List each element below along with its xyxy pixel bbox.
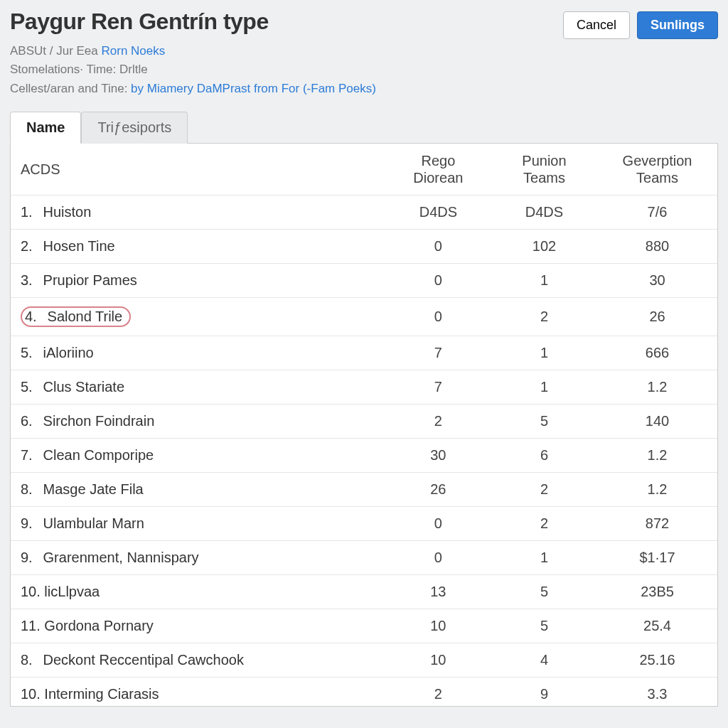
row-value-c: 1 [491,541,597,575]
row-index: 4. [25,309,43,325]
row-value-d: 140 [597,405,717,439]
row-name-cell: 9. Grarenment, Nannispary [11,541,385,575]
table-row[interactable]: 6. Sirchon Foindrain25140 [11,405,717,439]
row-name-cell: 6. Sirchon Foindrain [11,405,385,439]
meta-line2: Stomelations· Time: Drltle [10,60,718,79]
row-value-d: 3.3 [597,678,717,707]
col-header-geverption[interactable]: Geverption Teams [597,144,717,196]
submit-button[interactable]: Sunlings [637,11,718,39]
cancel-button[interactable]: Cancel [563,11,630,39]
row-value-b: 0 [385,507,491,541]
row-index: 10. [21,686,41,702]
header-actions: Cancel Sunlings [563,11,718,39]
row-value-c: 2 [491,298,597,336]
meta-line3-prefix: Cellest/aran and Tine: [10,82,131,95]
data-table: ACDS Rego Diorean Punion Teams Geverptio… [11,144,717,707]
row-value-b: 2 [385,678,491,707]
table-row[interactable]: 5. Clus Stariate711.2 [11,370,717,405]
table-row[interactable]: 10. Interming Ciarasis293.3 [11,678,717,707]
row-value-b: 0 [385,230,491,264]
col-header-name[interactable]: ACDS [11,144,385,196]
row-index: 11. [21,618,41,634]
table-row[interactable]: 5. iAloriino71666 [11,336,717,370]
row-value-c: 9 [491,678,597,707]
row-value-d: 7/6 [597,196,717,230]
row-name-cell: 4. Salond Trile [11,298,385,336]
row-index: 7. [21,447,39,464]
tab-1[interactable]: Triƒesiports [81,112,188,144]
table-row[interactable]: 4. Salond Trile0226 [11,298,717,336]
row-value-d: 666 [597,336,717,370]
row-index: 2. [21,238,39,255]
row-value-c: 5 [491,575,597,609]
table-row[interactable]: 8. Deckont Reccentipal Cawchook10425.16 [11,643,717,678]
table-scroll[interactable]: ACDS Rego Diorean Punion Teams Geverptio… [10,144,718,707]
table-row[interactable]: 8. Masge Jate Fila2621.2 [11,473,717,507]
row-name-cell: 8. Deckont Reccentipal Cawchook [11,643,385,678]
row-value-d: 30 [597,264,717,298]
table-row[interactable]: 9. Ulambular Marn02872 [11,507,717,541]
row-value-b: 7 [385,336,491,370]
table-row[interactable]: 11. Gordona Pornary10525.4 [11,609,717,643]
table-row[interactable]: 3. Prupior Pames0130 [11,264,717,298]
row-value-c: 1 [491,264,597,298]
row-value-c: 1 [491,336,597,370]
row-name-cell: 5. iAloriino [11,336,385,370]
row-value-c: 4 [491,643,597,678]
row-value-c: 2 [491,473,597,507]
tab-0[interactable]: Name [10,112,81,144]
tabs: NameTriƒesiports [10,111,718,144]
row-value-b: 10 [385,643,491,678]
row-index: 10. [21,584,41,600]
row-value-c: 6 [491,439,597,473]
row-value-b: 0 [385,541,491,575]
col-header-rego[interactable]: Rego Diorean [385,144,491,196]
row-name-cell: 1. Huiston [11,196,385,230]
meta-line3-link[interactable]: by Miamery DaMPrast from For (-Fam Poeks… [131,82,376,95]
circled-highlight: 4. Salond Trile [21,306,131,327]
row-value-b: 2 [385,405,491,439]
row-index: 9. [21,515,39,532]
table-row[interactable]: 1. HuistonD4DSD4DS7/6 [11,196,717,230]
row-name-cell: 5. Clus Stariate [11,370,385,405]
row-value-c: 2 [491,507,597,541]
row-index: 9. [21,550,39,566]
row-name-cell: 11. Gordona Pornary [11,609,385,643]
row-value-b: 13 [385,575,491,609]
row-value-d: 1.2 [597,473,717,507]
meta-line1-prefix: ABSUt / Jur Eea [10,44,102,58]
row-index: 8. [21,481,39,498]
table-row[interactable]: 9. Grarenment, Nannispary01$1·17 [11,541,717,575]
row-name-cell: 10. licLlpvaa [11,575,385,609]
table-row[interactable]: 7. Clean Comporipe3061.2 [11,439,717,473]
row-value-d: 26 [597,298,717,336]
row-value-b: 7 [385,370,491,405]
col-header-punion[interactable]: Punion Teams [491,144,597,196]
row-name-cell: 9. Ulambular Marn [11,507,385,541]
row-value-b: 30 [385,439,491,473]
row-value-b: 0 [385,264,491,298]
row-value-d: 1.2 [597,370,717,405]
row-value-b: 10 [385,609,491,643]
row-name-cell: 10. Interming Ciarasis [11,678,385,707]
row-value-c: 5 [491,405,597,439]
row-name-cell: 7. Clean Comporipe [11,439,385,473]
row-index: 8. [21,652,39,668]
row-value-c: 102 [491,230,597,264]
table-row[interactable]: 2. Hosen Tine0102880 [11,230,717,264]
row-name-cell: 2. Hosen Tine [11,230,385,264]
row-value-c: D4DS [491,196,597,230]
row-value-d: 872 [597,507,717,541]
row-value-b: 26 [385,473,491,507]
row-name-cell: 3. Prupior Pames [11,264,385,298]
row-value-c: 5 [491,609,597,643]
meta-line1-link[interactable]: Rorn Noeks [102,44,166,58]
meta-block: ABSUt / Jur Eea Rorn Noeks Stomelations·… [10,42,718,98]
table-row[interactable]: 10. licLlpvaa13523B5 [11,575,717,609]
row-value-c: 1 [491,370,597,405]
row-value-d: 25.16 [597,643,717,678]
row-value-d: 880 [597,230,717,264]
row-index: 3. [21,272,39,289]
row-index: 5. [21,379,39,395]
row-name-cell: 8. Masge Jate Fila [11,473,385,507]
